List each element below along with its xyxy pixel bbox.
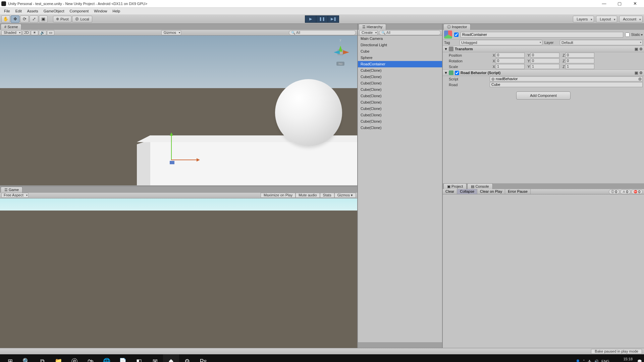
inspector-tab[interactable]: ⓘ Inspector: [443, 24, 471, 30]
pos-x-field[interactable]: 0: [496, 53, 525, 58]
menu-assets[interactable]: Assets: [24, 8, 41, 14]
volume-icon[interactable]: 🔊: [594, 359, 599, 362]
gameobject-name-field[interactable]: RoadContainer: [461, 32, 623, 38]
transform-help-icon[interactable]: ▣: [635, 47, 638, 51]
error-count-badge[interactable]: ⛔ 0: [631, 189, 643, 194]
task-view-button[interactable]: ⧉: [34, 354, 50, 362]
photoshop-taskbar-icon[interactable]: Ps: [195, 354, 211, 362]
script-enabled-checkbox[interactable]: [455, 71, 459, 75]
project-tab[interactable]: ▣ Project: [443, 183, 467, 189]
network-icon[interactable]: 🖧: [588, 359, 591, 362]
scene-search-input[interactable]: 🔍 All: [289, 30, 356, 35]
step-button[interactable]: ▶❚: [328, 15, 339, 23]
gizmos-dropdown[interactable]: Gizmos: [161, 30, 181, 35]
2d-toggle[interactable]: 2D: [23, 30, 30, 35]
rect-tool-button[interactable]: ▣: [39, 15, 48, 23]
rot-z-field[interactable]: 0: [566, 58, 594, 63]
audio-toggle[interactable]: 🔊: [39, 30, 46, 35]
play-button[interactable]: ▶: [305, 15, 316, 23]
hierarchy-create-dropdown[interactable]: Create: [359, 30, 378, 35]
road-reference-field[interactable]: Cube: [490, 82, 643, 87]
pause-button[interactable]: ❚❚: [316, 15, 328, 23]
static-toggle[interactable]: Static ▾: [625, 33, 643, 37]
maximize-button[interactable]: ▢: [612, 0, 627, 8]
gameobject-enabled-checkbox[interactable]: [454, 33, 459, 37]
script-component-header[interactable]: ▼ Road Behavior (Script) ▣ ⚙: [443, 69, 644, 76]
local-toggle[interactable]: ⦿ Local: [72, 16, 92, 22]
mail-taskbar-icon[interactable]: ✉: [147, 354, 163, 362]
people-icon[interactable]: 👤: [576, 359, 580, 362]
hierarchy-item[interactable]: Cube(Clone): [358, 86, 442, 93]
hierarchy-item[interactable]: Cube: [358, 48, 442, 55]
console-error-pause-toggle[interactable]: Error Pause: [505, 189, 531, 194]
tag-dropdown[interactable]: Untagged: [460, 40, 542, 45]
stats-toggle[interactable]: Stats: [320, 193, 334, 198]
menu-file[interactable]: File: [1, 8, 13, 14]
search-button[interactable]: 🔍: [18, 354, 34, 362]
clock[interactable]: 15:18 09.03.2018: [612, 357, 635, 362]
scene-viewport[interactable]: y Iso: [0, 36, 357, 185]
console-body[interactable]: [443, 194, 644, 348]
layout-dropdown[interactable]: Layout: [596, 16, 617, 22]
hierarchy-item[interactable]: Cube(Clone): [358, 112, 442, 118]
warn-count-badge[interactable]: ⚠ 0: [620, 189, 631, 194]
menu-help[interactable]: Help: [110, 8, 123, 14]
lighting-toggle[interactable]: ☀: [31, 30, 38, 35]
console-collapse-toggle[interactable]: Collapse: [457, 189, 477, 194]
edge-taskbar-icon[interactable]: ⓔ: [66, 354, 83, 362]
rotate-tool-button[interactable]: ⟳: [20, 15, 29, 23]
scene-tab[interactable]: # Scene: [1, 24, 21, 30]
console-tab[interactable]: ▤ Console: [467, 183, 492, 189]
hierarchy-item[interactable]: Cube(Clone): [358, 67, 442, 74]
language-indicator[interactable]: ENG: [601, 359, 609, 362]
hierarchy-item[interactable]: Main Camera: [358, 36, 442, 42]
hierarchy-item[interactable]: Cube(Clone): [358, 106, 442, 112]
word-taskbar-icon[interactable]: 📄: [115, 354, 131, 362]
notifications-icon[interactable]: 💬: [637, 359, 642, 362]
console-clear-button[interactable]: Clear: [443, 189, 457, 194]
maximize-on-play-toggle[interactable]: Maximize on Play: [261, 193, 296, 198]
hierarchy-item[interactable]: Cube(Clone): [358, 74, 442, 80]
transform-component-header[interactable]: ▼ Transform ▣ ⚙: [443, 46, 644, 52]
scale-tool-button[interactable]: ⤢: [30, 15, 38, 23]
layers-dropdown[interactable]: Layers: [573, 16, 594, 22]
store-taskbar-icon[interactable]: 🛍: [83, 354, 99, 362]
hierarchy-search-input[interactable]: 🔍 All: [379, 30, 441, 35]
file-explorer-taskbar-icon[interactable]: 📁: [50, 354, 66, 362]
tray-chevron-icon[interactable]: ˄: [583, 359, 585, 362]
game-tab[interactable]: ☰ Game: [1, 187, 22, 193]
game-viewport[interactable]: [0, 198, 357, 348]
menu-component[interactable]: Component: [67, 8, 91, 14]
pos-z-field[interactable]: 0: [566, 53, 594, 58]
hierarchy-item[interactable]: Cube(Clone): [358, 93, 442, 99]
shading-mode-dropdown[interactable]: Shaded: [1, 30, 21, 35]
account-dropdown[interactable]: Account: [619, 16, 643, 22]
scale-x-field[interactable]: 1: [496, 64, 525, 69]
move-tool-button[interactable]: ✥: [11, 15, 19, 23]
hierarchy-tab[interactable]: ☰ Hierarchy: [359, 24, 386, 30]
rot-x-field[interactable]: 0: [496, 58, 525, 63]
system-tray[interactable]: 👤 ˄ 🖧 🔊 ENG 15:18 09.03.2018 💬: [576, 357, 642, 362]
mute-audio-toggle[interactable]: Mute audio: [296, 193, 320, 198]
close-button[interactable]: ✕: [627, 0, 643, 8]
hierarchy-item[interactable]: Cube(Clone): [358, 80, 442, 86]
pivot-toggle[interactable]: ⊕ Pivot: [53, 16, 71, 22]
minimize-button[interactable]: —: [596, 0, 612, 8]
menu-window[interactable]: Window: [91, 8, 110, 14]
unity-taskbar-icon[interactable]: ◆: [163, 354, 179, 362]
hierarchy-item[interactable]: RoadContainer: [358, 61, 442, 67]
start-button[interactable]: ⊞: [2, 354, 18, 362]
app-taskbar-icon[interactable]: ⚙: [179, 354, 195, 362]
pos-y-field[interactable]: 0: [531, 53, 559, 58]
game-gizmos-toggle[interactable]: Gizmos ▾: [334, 193, 356, 198]
menu-edit[interactable]: Edit: [13, 8, 24, 14]
transform-settings-icon[interactable]: ⚙: [639, 47, 643, 51]
script-settings-icon[interactable]: ⚙: [639, 71, 643, 75]
scale-z-field[interactable]: 1: [566, 64, 594, 69]
hierarchy-item[interactable]: Cube(Clone): [358, 118, 442, 125]
sublime-taskbar-icon[interactable]: ◧: [131, 354, 147, 362]
chrome-taskbar-icon[interactable]: 🌐: [99, 354, 115, 362]
fx-toggle[interactable]: ▭: [47, 30, 54, 35]
scale-y-field[interactable]: 1: [531, 64, 559, 69]
hierarchy-item[interactable]: Sphere: [358, 55, 442, 61]
